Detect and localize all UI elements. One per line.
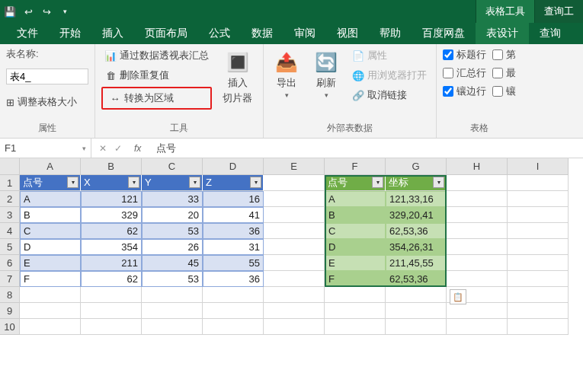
empty-cell[interactable]: [20, 319, 81, 335]
empty-cell[interactable]: [508, 287, 569, 303]
empty-cell[interactable]: [81, 287, 142, 303]
empty-cell[interactable]: [447, 191, 508, 207]
row-header[interactable]: 10: [0, 319, 20, 335]
table1-cell[interactable]: 62: [81, 223, 142, 239]
col-header[interactable]: G: [386, 158, 447, 175]
empty-cell[interactable]: [325, 303, 386, 319]
empty-cell[interactable]: [386, 319, 447, 335]
filter-dropdown-icon[interactable]: ▾: [372, 177, 383, 188]
fx-icon[interactable]: fx: [134, 143, 141, 154]
table2-cell[interactable]: B: [325, 207, 386, 223]
accept-formula-icon[interactable]: ✓: [114, 143, 122, 154]
row-header[interactable]: 9: [0, 303, 20, 319]
row-header[interactable]: 2: [0, 191, 20, 207]
tab-query[interactable]: 查询: [529, 23, 572, 44]
empty-cell[interactable]: [447, 223, 508, 239]
empty-cell[interactable]: [264, 239, 325, 255]
empty-cell[interactable]: [20, 287, 81, 303]
empty-cell[interactable]: [325, 319, 386, 335]
table1-cell[interactable]: A: [20, 191, 81, 207]
worksheet[interactable]: ABCDEFGHI1点号▾X▾Y▾Z▾点号▾坐标▾2A1213316A121,3…: [0, 158, 583, 392]
table1-cell[interactable]: 41: [203, 207, 264, 223]
col-header[interactable]: B: [81, 158, 142, 175]
col-header[interactable]: E: [264, 158, 325, 175]
table1-cell[interactable]: E: [20, 255, 81, 271]
empty-cell[interactable]: [325, 287, 386, 303]
table2-cell[interactable]: 211,45,55: [386, 255, 447, 271]
table2-cell[interactable]: 62,53,36: [386, 271, 447, 287]
empty-cell[interactable]: [264, 287, 325, 303]
table2-cell[interactable]: E: [325, 255, 386, 271]
tab-formulas[interactable]: 公式: [198, 23, 241, 44]
filter-dropdown-icon[interactable]: ▾: [250, 177, 261, 188]
table1-cell[interactable]: 53: [142, 271, 203, 287]
table1-cell[interactable]: 36: [203, 271, 264, 287]
tab-baidu-netdisk[interactable]: 百度网盘: [412, 23, 476, 44]
empty-cell[interactable]: [447, 255, 508, 271]
remove-duplicates-button[interactable]: 🗑 删除重复值: [101, 67, 212, 84]
formula-input[interactable]: 点号: [149, 142, 184, 155]
table2-cell[interactable]: 354,26,31: [386, 239, 447, 255]
empty-cell[interactable]: [447, 319, 508, 335]
table2-cell[interactable]: 121,33,16: [386, 191, 447, 207]
table1-cell[interactable]: 31: [203, 239, 264, 255]
empty-cell[interactable]: [264, 207, 325, 223]
empty-cell[interactable]: [142, 319, 203, 335]
row-header[interactable]: 3: [0, 207, 20, 223]
empty-cell[interactable]: [508, 207, 569, 223]
last-col-checkbox[interactable]: 最: [492, 65, 516, 81]
table1-cell[interactable]: 329: [81, 207, 142, 223]
empty-cell[interactable]: [386, 303, 447, 319]
table2-cell[interactable]: 62,53,36: [386, 223, 447, 239]
export-button[interactable]: 📤 导出 ▾: [270, 47, 303, 102]
tab-file[interactable]: 文件: [6, 23, 49, 44]
tab-data[interactable]: 数据: [241, 23, 283, 44]
empty-cell[interactable]: [142, 303, 203, 319]
empty-cell[interactable]: [447, 175, 508, 191]
empty-cell[interactable]: [508, 175, 569, 191]
select-all-corner[interactable]: [0, 158, 20, 175]
row-header[interactable]: 8: [0, 287, 20, 303]
col-header[interactable]: A: [20, 158, 81, 175]
table1-cell[interactable]: 121: [81, 191, 142, 207]
table1-header[interactable]: 点号▾: [20, 175, 81, 191]
empty-cell[interactable]: [264, 255, 325, 271]
col-header[interactable]: I: [508, 158, 569, 175]
tab-insert[interactable]: 插入: [91, 23, 134, 44]
convert-to-range-button[interactable]: ↔ 转换为区域: [106, 90, 207, 107]
empty-cell[interactable]: [508, 239, 569, 255]
table1-cell[interactable]: 20: [142, 207, 203, 223]
filter-dropdown-icon[interactable]: ▾: [189, 177, 200, 188]
qat-customize-icon[interactable]: ▾: [58, 5, 72, 18]
tab-table-design[interactable]: 表设计: [476, 23, 529, 44]
empty-cell[interactable]: [142, 287, 203, 303]
empty-cell[interactable]: [264, 175, 325, 191]
table2-cell[interactable]: D: [325, 239, 386, 255]
filter-dropdown-icon[interactable]: ▾: [67, 177, 78, 188]
empty-cell[interactable]: [508, 255, 569, 271]
table1-cell[interactable]: 55: [203, 255, 264, 271]
table1-cell[interactable]: 211: [81, 255, 142, 271]
empty-cell[interactable]: [264, 303, 325, 319]
unlink-button[interactable]: 🔗 取消链接: [349, 87, 430, 104]
paste-options-button[interactable]: 📋: [450, 289, 466, 304]
col-header[interactable]: C: [142, 158, 203, 175]
banded-col-checkbox[interactable]: 镶: [492, 84, 516, 99]
row-header[interactable]: 5: [0, 239, 20, 255]
empty-cell[interactable]: [447, 303, 508, 319]
total-row-checkbox[interactable]: 汇总行: [443, 65, 486, 81]
empty-cell[interactable]: [264, 191, 325, 207]
empty-cell[interactable]: [508, 191, 569, 207]
empty-cell[interactable]: [264, 271, 325, 287]
empty-cell[interactable]: [508, 223, 569, 239]
empty-cell[interactable]: [508, 303, 569, 319]
empty-cell[interactable]: [203, 287, 264, 303]
empty-cell[interactable]: [203, 303, 264, 319]
table1-header[interactable]: Y▾: [142, 175, 203, 191]
empty-cell[interactable]: [20, 303, 81, 319]
table1-cell[interactable]: B: [20, 207, 81, 223]
name-box[interactable]: F1 ▾: [0, 139, 91, 158]
empty-cell[interactable]: [81, 303, 142, 319]
table2-cell[interactable]: F: [325, 271, 386, 287]
resize-table-button[interactable]: ⊞ 调整表格大小: [6, 95, 77, 109]
